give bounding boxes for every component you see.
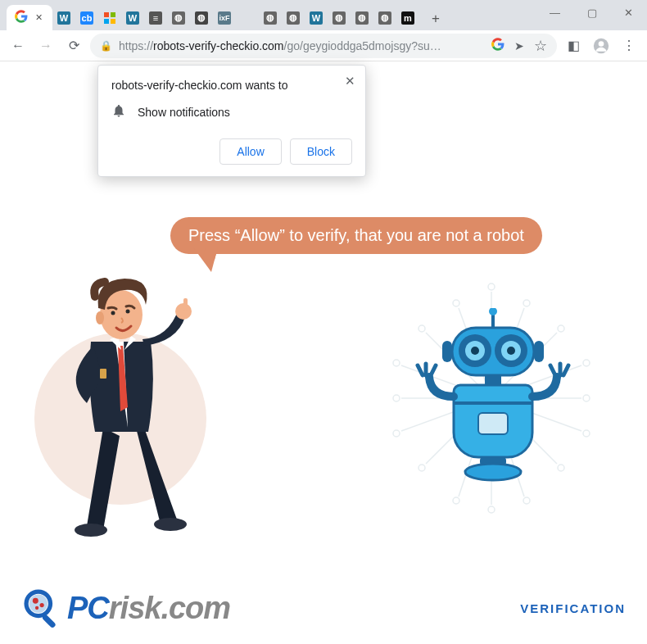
address-bar[interactable]: 🔒 https://robots-verify-checkio.com/go/g… xyxy=(90,34,557,58)
tab-14[interactable]: ◍ xyxy=(351,5,373,30)
globe-icon: ◍ xyxy=(378,11,391,25)
browser-toolbar: ← → ⟳ 🔒 https://robots-verify-checkio.co… xyxy=(0,30,647,61)
svg-point-52 xyxy=(35,606,38,610)
svg-point-26 xyxy=(583,430,590,437)
maximize-button[interactable]: ▢ xyxy=(573,0,610,25)
svg-point-50 xyxy=(33,598,38,604)
wordpress-icon: W xyxy=(126,11,139,25)
profile-avatar-icon[interactable] xyxy=(590,34,613,57)
allow-button[interactable]: Allow xyxy=(219,138,281,165)
reload-button[interactable]: ⟳ xyxy=(62,34,85,57)
popup-close-icon[interactable]: ✕ xyxy=(345,74,355,88)
block-button[interactable]: Block xyxy=(290,138,352,165)
svg-point-25 xyxy=(583,360,590,366)
tab-5[interactable]: ≡ xyxy=(144,5,167,30)
svg-rect-0 xyxy=(104,12,109,17)
svg-point-13 xyxy=(126,310,130,314)
svg-point-18 xyxy=(488,506,495,513)
svg-point-29 xyxy=(453,497,459,504)
svg-point-39 xyxy=(471,347,479,355)
search-engine-icon[interactable] xyxy=(491,38,504,53)
tab-9[interactable] xyxy=(236,5,259,30)
svg-point-5 xyxy=(599,41,604,47)
svg-point-51 xyxy=(40,603,44,607)
tab-4[interactable]: W xyxy=(121,5,144,30)
close-window-button[interactable]: ✕ xyxy=(610,0,647,25)
tab-2[interactable]: cb xyxy=(75,5,98,30)
globe-icon: ◍ xyxy=(264,11,277,25)
svg-rect-1 xyxy=(111,12,115,17)
svg-point-24 xyxy=(523,300,530,306)
svg-point-16 xyxy=(583,395,590,401)
svg-point-17 xyxy=(393,395,400,401)
businessman-illustration xyxy=(46,264,218,534)
tab-active[interactable]: ✕ xyxy=(7,5,52,30)
svg-rect-53 xyxy=(42,614,57,628)
svg-point-15 xyxy=(488,283,495,290)
popup-permission-row: Show notifications xyxy=(111,103,352,120)
apple-icon xyxy=(241,11,254,25)
globe-icon: ◍ xyxy=(355,11,369,25)
svg-point-27 xyxy=(393,360,400,366)
forward-button[interactable]: → xyxy=(34,34,57,57)
svg-point-30 xyxy=(523,497,530,504)
minimize-button[interactable]: — xyxy=(536,0,573,25)
ixf-icon: ixF xyxy=(218,11,231,25)
globe-icon: ◍ xyxy=(195,11,208,25)
kebab-menu-icon[interactable]: ⋮ xyxy=(618,34,640,57)
back-button[interactable]: ← xyxy=(7,34,29,57)
tab-13[interactable]: ◍ xyxy=(328,5,351,30)
favicon-google-icon xyxy=(15,10,28,26)
tab-16[interactable]: m xyxy=(396,5,419,30)
svg-point-40 xyxy=(507,347,515,355)
globe-icon: ◍ xyxy=(172,11,185,25)
tab-7[interactable]: ◍ xyxy=(190,5,213,30)
share-icon[interactable]: ➤ xyxy=(514,39,524,52)
robot-illustration xyxy=(369,275,614,521)
globe-icon: ◍ xyxy=(287,11,300,25)
window-controls: — ▢ ✕ xyxy=(536,0,647,25)
tab-12[interactable]: W xyxy=(305,5,328,30)
tab-1[interactable]: W xyxy=(52,5,75,30)
tab-10[interactable]: ◍ xyxy=(259,5,282,30)
globe-icon: ◍ xyxy=(333,11,346,25)
cb-icon: cb xyxy=(80,11,93,25)
popup-permission-label: Show notifications xyxy=(138,106,230,119)
svg-point-47 xyxy=(465,464,521,480)
microsoft-icon xyxy=(103,11,116,25)
new-tab-button[interactable]: + xyxy=(424,7,447,30)
svg-point-12 xyxy=(96,311,104,324)
footer: PCrisk.com VERIFICATION xyxy=(0,587,647,629)
svg-point-6 xyxy=(75,524,107,537)
speech-bubble: Press “Allow” to verify, that you are no… xyxy=(170,217,542,254)
svg-rect-41 xyxy=(442,341,452,362)
svg-point-32 xyxy=(489,308,497,315)
svg-point-23 xyxy=(453,300,459,306)
extensions-icon[interactable]: ◧ xyxy=(562,34,585,57)
tab-15[interactable]: ◍ xyxy=(373,5,396,30)
pcrisk-logo: PCrisk.com xyxy=(21,587,230,629)
svg-point-28 xyxy=(393,430,400,437)
svg-rect-2 xyxy=(104,19,109,24)
lock-icon: 🔒 xyxy=(100,40,112,52)
tab-11[interactable]: ◍ xyxy=(282,5,305,30)
bookmark-star-icon[interactable]: ☆ xyxy=(534,37,547,55)
magnifier-icon xyxy=(21,587,64,629)
svg-rect-45 xyxy=(478,413,508,434)
stripes-icon: ≡ xyxy=(149,11,162,25)
m-icon: m xyxy=(401,11,414,25)
wordpress-icon: W xyxy=(57,11,70,25)
verification-label: VERIFICATION xyxy=(520,601,626,615)
svg-point-7 xyxy=(154,518,187,531)
tab-6[interactable]: ◍ xyxy=(167,5,190,30)
tab-8[interactable]: ixF xyxy=(213,5,236,30)
svg-rect-43 xyxy=(485,375,501,385)
url-text: https://robots-verify-checkio.com/go/gey… xyxy=(119,39,441,52)
svg-point-49 xyxy=(29,595,48,614)
popup-title: robots-verify-checkio.com wants to xyxy=(111,79,352,92)
svg-point-14 xyxy=(111,311,115,315)
bell-icon xyxy=(111,103,126,120)
svg-rect-3 xyxy=(111,19,115,24)
tab-close-icon[interactable]: ✕ xyxy=(33,12,44,24)
tab-3[interactable] xyxy=(98,5,121,30)
